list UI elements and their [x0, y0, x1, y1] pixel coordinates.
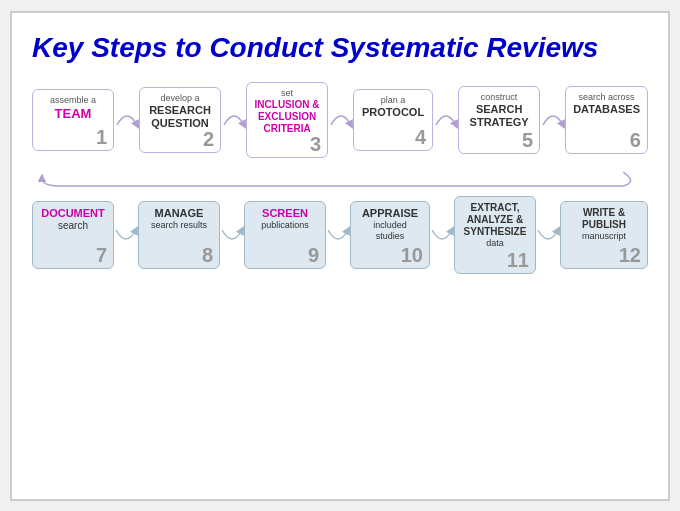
step-7-box: DOCUMENT search 7 [32, 201, 114, 269]
arrow-2-3-svg [222, 105, 246, 135]
row-connector-svg [32, 168, 648, 190]
step-6-box: search across DATABASES 6 [565, 86, 648, 154]
step-8-wrapper: MANAGE search results 8 [138, 201, 220, 269]
step-7-main: search [40, 220, 106, 232]
step-8-num: 8 [202, 245, 213, 265]
step-11-main: data [462, 238, 528, 249]
step-6-top: search across [573, 92, 640, 103]
step-10-box: APPRAISE included studies 10 [350, 201, 430, 269]
step-7-wrapper: DOCUMENT search 7 [32, 201, 114, 269]
arrow-5-6-svg [541, 105, 565, 135]
step-6-main: DATABASES [573, 103, 640, 116]
arrow-11-12 [536, 220, 560, 250]
step-8-top: MANAGE [146, 207, 212, 220]
step-1-num: 1 [96, 127, 107, 147]
step-1-top: assemble a [40, 95, 106, 106]
step-12-main: manuscript [568, 231, 640, 242]
row2: DOCUMENT search 7 MANAGE search results … [32, 196, 648, 274]
arrow-3-4 [329, 105, 353, 135]
arrow-3-4-svg [329, 105, 353, 135]
arrow-8-9 [220, 220, 244, 250]
step-12-wrapper: WRITE & PUBLISH manuscript 12 [560, 201, 648, 269]
arrow-10-11-svg [430, 220, 454, 250]
step-10-wrapper: APPRAISE included studies 10 [350, 201, 430, 269]
step-5-num: 5 [522, 130, 533, 150]
step-9-top: SCREEN [252, 207, 318, 220]
step-3-wrapper: set INCLUSION &EXCLUSIONCRITERIA 3 [246, 82, 328, 158]
slide: Key Steps to Conduct Systematic Reviews … [10, 11, 670, 501]
step-10-num: 10 [401, 245, 423, 265]
step-9-num: 9 [308, 245, 319, 265]
step-11-top: EXTRACT,ANALYZE &SYNTHESIZE [462, 202, 528, 238]
step-11-wrapper: EXTRACT,ANALYZE &SYNTHESIZE data 11 [454, 196, 536, 274]
row-connector [32, 168, 648, 186]
arrow-2-3 [222, 105, 246, 135]
step-4-main: PROTOCOL [361, 106, 425, 119]
step-2-wrapper: develop a RESEARCHQUESTION 2 [139, 87, 221, 153]
page-title: Key Steps to Conduct Systematic Reviews [32, 31, 648, 65]
arrow-7-8 [114, 220, 138, 250]
step-4-wrapper: plan a PROTOCOL 4 [353, 89, 433, 151]
step-10-top: APPRAISE [358, 207, 422, 220]
step-11-num: 11 [507, 250, 529, 270]
steps-container: assemble a TEAM 1 develop a RESEARCHQUES… [32, 82, 648, 274]
row1: assemble a TEAM 1 develop a RESEARCHQUES… [32, 82, 648, 158]
arrow-5-6 [541, 105, 565, 135]
step-2-num: 2 [203, 129, 214, 149]
step-3-top: set [254, 88, 320, 99]
step-1-box: assemble a TEAM 1 [32, 89, 114, 151]
step-10-main: included studies [358, 220, 422, 242]
step-4-num: 4 [415, 127, 426, 147]
step-2-top: develop a [147, 93, 213, 104]
step-12-num: 12 [619, 245, 641, 265]
step-9-box: SCREEN publications 9 [244, 201, 326, 269]
step-5-wrapper: construct SEARCHSTRATEGY 5 [458, 86, 540, 154]
step-5-main: SEARCHSTRATEGY [466, 103, 532, 129]
step-4-top: plan a [361, 95, 425, 106]
arrow-10-11 [430, 220, 454, 250]
step-2-main: RESEARCHQUESTION [147, 104, 213, 130]
arrow-4-5-svg [434, 105, 458, 135]
step-6-num: 6 [630, 130, 641, 150]
arrow-9-10 [326, 220, 350, 250]
step-3-num: 3 [310, 134, 321, 154]
step-5-top: construct [466, 92, 532, 103]
arrow-4-5 [434, 105, 458, 135]
step-5-box: construct SEARCHSTRATEGY 5 [458, 86, 540, 154]
arrow-11-12-svg [536, 220, 560, 250]
step-12-box: WRITE & PUBLISH manuscript 12 [560, 201, 648, 269]
step-4-box: plan a PROTOCOL 4 [353, 89, 433, 151]
step-11-box: EXTRACT,ANALYZE &SYNTHESIZE data 11 [454, 196, 536, 274]
step-7-num: 7 [96, 245, 107, 265]
arrow-1-2 [115, 105, 139, 135]
step-1-main: TEAM [40, 106, 106, 122]
step-9-main: publications [252, 220, 318, 231]
step-8-main: search results [146, 220, 212, 231]
step-8-box: MANAGE search results 8 [138, 201, 220, 269]
step-6-wrapper: search across DATABASES 6 [565, 86, 648, 154]
arrow-1-2-svg [115, 105, 139, 135]
step-3-main: INCLUSION &EXCLUSIONCRITERIA [254, 99, 320, 135]
step-12-top: WRITE & PUBLISH [568, 207, 640, 231]
step-2-box: develop a RESEARCHQUESTION 2 [139, 87, 221, 153]
step-3-box: set INCLUSION &EXCLUSIONCRITERIA 3 [246, 82, 328, 158]
arrow-7-8-svg [114, 220, 138, 250]
step-7-top: DOCUMENT [40, 207, 106, 220]
arrow-9-10-svg [326, 220, 350, 250]
step-1-wrapper: assemble a TEAM 1 [32, 89, 114, 151]
arrow-8-9-svg [220, 220, 244, 250]
step-9-wrapper: SCREEN publications 9 [244, 201, 326, 269]
